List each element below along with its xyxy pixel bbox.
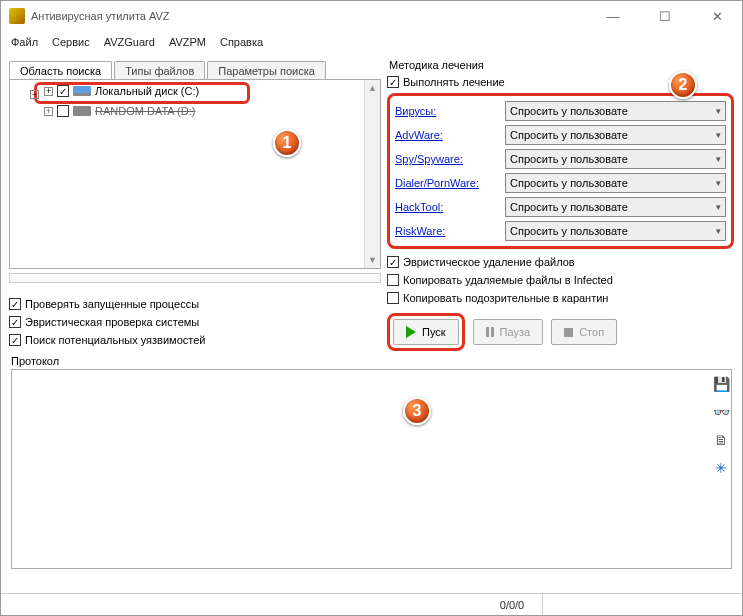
tree-expand-icon[interactable]: + [44,107,53,116]
puzzle-icon[interactable]: ✳ [713,460,729,476]
select-hacktool-value: Спросить у пользовате [510,201,628,213]
check-copy-infected[interactable] [387,274,399,286]
check-heur-delete[interactable]: ✓ [387,256,399,268]
select-spyware[interactable]: Спросить у пользовате▾ [505,149,726,169]
check-copy-quarantine[interactable] [387,292,399,304]
drive-icon [73,106,91,116]
protocol-area[interactable]: 💾 👓 🗎 ✳ [11,369,732,569]
play-icon [406,326,416,338]
tree-expand-icon[interactable]: − [30,90,39,99]
check-processes-label: Проверять запущенные процессы [25,298,199,310]
check-vulns[interactable]: ✓ [9,334,21,346]
titlebar: Антивирусная утилита AVZ — ☐ ✕ [1,1,742,31]
select-hacktool[interactable]: Спросить у пользовате▾ [505,197,726,217]
scrollbar[interactable]: ▲ ▼ [364,80,380,268]
drive-d-checkbox[interactable] [57,105,69,117]
link-dialer[interactable]: Dialer/PornWare: [395,177,499,189]
select-spyware-value: Спросить у пользовате [510,153,628,165]
drive-tree[interactable]: − + ✓ Локальный диск (C:) + RANDOM DATA … [9,79,381,269]
select-riskware-value: Спросить у пользовате [510,225,628,237]
menubar: Файл Сервис AVZGuard AVZPM Справка [1,31,742,53]
stop-button-label: Стоп [579,326,604,338]
stop-button[interactable]: Стоп [551,319,617,345]
start-button-label: Пуск [422,326,446,338]
check-vulns-label: Поиск потенциальных уязвимостей [25,334,205,346]
check-copy-infected-label: Копировать удаляемые файлы в Infected [403,274,613,286]
menu-avzguard[interactable]: AVZGuard [104,36,155,48]
stop-icon [564,328,573,337]
status-progress: 0/0/0 [482,599,542,611]
check-heur-delete-label: Эвристическое удаление файлов [403,256,575,268]
app-icon [9,8,25,24]
link-spyware[interactable]: Spy/Spyware: [395,153,499,165]
close-button[interactable]: ✕ [700,9,734,24]
select-viruses-value: Спросить у пользовате [510,105,628,117]
window-title: Антивирусная утилита AVZ [31,10,170,22]
highlight-start: Пуск [387,313,465,351]
drive-icon [73,86,91,96]
drive-c-label: Локальный диск (C:) [95,85,199,97]
link-hacktool[interactable]: HackTool: [395,201,499,213]
drive-d-label: RANDOM DATA (D:) [95,105,195,117]
menu-help[interactable]: Справка [220,36,263,48]
select-dialer-value: Спросить у пользовате [510,177,628,189]
minimize-button[interactable]: — [596,9,630,24]
annotation-badge-3: 3 [403,397,431,425]
chevron-down-icon: ▾ [716,130,721,140]
protocol-label: Протокол [11,355,732,367]
tree-expand-icon[interactable]: + [44,87,53,96]
select-advware-value: Спросить у пользовате [510,129,628,141]
menu-file[interactable]: Файл [11,36,38,48]
check-heuristic[interactable]: ✓ [9,316,21,328]
scroll-down-icon[interactable]: ▼ [365,252,380,268]
save-icon[interactable]: 💾 [713,376,729,392]
annotation-badge-1: 1 [273,129,301,157]
menu-service[interactable]: Сервис [52,36,90,48]
splitter[interactable] [9,273,381,283]
drive-c-checkbox[interactable]: ✓ [57,85,69,97]
maximize-button[interactable]: ☐ [648,9,682,24]
chevron-down-icon: ▾ [716,106,721,116]
chevron-down-icon: ▾ [716,226,721,236]
left-tabs: Область поиска Типы файлов Параметры пои… [9,57,381,79]
link-viruses[interactable]: Вирусы: [395,105,499,117]
protocol-toolbar: 💾 👓 🗎 ✳ [711,370,731,476]
check-heuristic-label: Эвристическая проверка системы [25,316,199,328]
pause-icon [486,327,494,337]
tab-search-params[interactable]: Параметры поиска [207,61,326,80]
start-button[interactable]: Пуск [393,319,459,345]
glasses-icon[interactable]: 👓 [713,404,729,420]
chevron-down-icon: ▾ [716,178,721,188]
pause-button-label: Пауза [500,326,531,338]
link-riskware[interactable]: RiskWare: [395,225,499,237]
check-processes[interactable]: ✓ [9,298,21,310]
select-riskware[interactable]: Спросить у пользовате▾ [505,221,726,241]
link-advware[interactable]: AdvWare: [395,129,499,141]
enable-treatment-checkbox[interactable]: ✓ [387,76,399,88]
select-advware[interactable]: Спросить у пользовате▾ [505,125,726,145]
select-dialer[interactable]: Спросить у пользовате▾ [505,173,726,193]
chevron-down-icon: ▾ [716,154,721,164]
document-icon[interactable]: 🗎 [713,432,729,448]
check-copy-quarantine-label: Копировать подозрительные в карантин [403,292,608,304]
highlight-2: Вирусы:Спросить у пользовате▾ AdvWare:Сп… [387,93,734,249]
tab-search-area[interactable]: Область поиска [9,61,112,80]
pause-button[interactable]: Пауза [473,319,544,345]
select-viruses[interactable]: Спросить у пользовате▾ [505,101,726,121]
chevron-down-icon: ▾ [716,202,721,212]
statusbar: 0/0/0 [1,593,742,615]
tab-file-types[interactable]: Типы файлов [114,61,205,80]
menu-avzpm[interactable]: AVZPM [169,36,206,48]
annotation-badge-2: 2 [669,71,697,99]
scroll-up-icon[interactable]: ▲ [365,80,380,96]
enable-treatment-label: Выполнять лечение [403,76,505,88]
